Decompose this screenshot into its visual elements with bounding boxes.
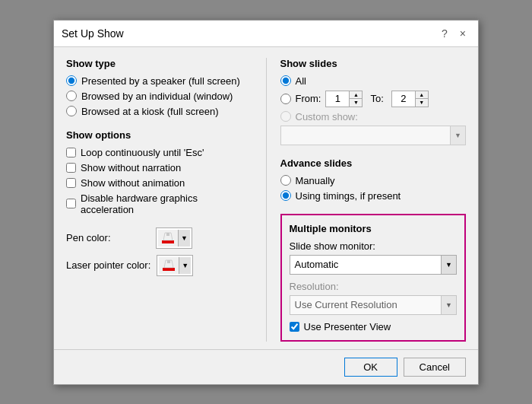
show-options-title: Show options [66,129,252,141]
checkbox-no-hw-accel-label: Disable hardware graphics acceleration [81,192,252,215]
checkbox-no-animation-label: Show without animation [81,177,185,189]
checkbox-loop-label: Loop continuously until 'Esc' [81,147,204,158]
footer: OK Cancel [54,349,478,384]
pen-color-button[interactable]: ▼ [156,227,192,249]
slide-show-monitor-dropdown[interactable]: Automatic ▼ [290,255,458,275]
radio-timings[interactable]: Using timings, if present [280,190,467,202]
radio-individual-label: Browsed by an individual (window) [81,91,233,102]
show-slides-radio-group: All From: ▲ ▼ To: [280,75,467,122]
radio-kiosk-input[interactable] [66,106,77,116]
radio-custom-input[interactable] [280,111,291,122]
close-button[interactable]: × [455,27,470,40]
checkbox-loop-input[interactable] [66,148,76,157]
use-presenter-input[interactable] [290,322,299,332]
pen-color-icon [158,230,178,247]
laser-color-dropdown-arrow: ▼ [179,257,191,274]
show-type-title: Show type [66,58,252,69]
use-presenter-checkbox-item[interactable]: Use Presenter View [290,321,391,332]
radio-all-label: All [296,75,306,87]
radio-speaker[interactable]: Presented by a speaker (full screen) [66,75,252,87]
resolution-label: Resolution: [290,281,458,292]
radio-kiosk-label: Browsed at a kiosk (full screen) [81,106,219,117]
dialog-title: Set Up Show [62,27,124,40]
radio-from[interactable]: From: ▲ ▼ To: ▲ [280,91,467,107]
radio-speaker-label: Presented by a speaker (full screen) [81,75,240,87]
use-presenter-label: Use Presenter View [304,321,391,332]
radio-individual[interactable]: Browsed by an individual (window) [66,91,252,102]
custom-show-arrow: ▼ [450,126,465,145]
radio-manually-label: Manually [296,175,335,186]
slide-show-monitor-value: Automatic [290,256,442,272]
custom-show-value [281,133,451,138]
radio-all-input[interactable] [280,75,291,86]
dialog-body: Show type Presented by a speaker (full s… [54,47,478,349]
radio-manually[interactable]: Manually [280,175,467,186]
checkbox-no-narration-input[interactable] [66,163,76,173]
radio-all[interactable]: All [280,75,467,87]
pen-color-label: Pen color: [66,232,150,243]
radio-individual-input[interactable] [66,91,77,101]
to-spinbox-arrows: ▲ ▼ [415,91,428,107]
radio-manually-input[interactable] [280,175,291,186]
show-options-checkboxes: Loop continuously until 'Esc' Show witho… [66,147,252,215]
from-spin-down[interactable]: ▼ [350,99,362,107]
use-presenter-row: Use Presenter View [290,321,458,332]
custom-show-dropdown[interactable]: ▼ [280,126,467,145]
from-spinbox-arrows: ▲ ▼ [349,91,362,107]
checkbox-no-hw-accel[interactable]: Disable hardware graphics acceleration [66,192,252,215]
ok-button[interactable]: OK [344,358,397,377]
radio-timings-label: Using timings, if present [296,190,401,202]
pen-color-dropdown-arrow: ▼ [178,230,190,247]
show-slides-title: Show slides [280,58,467,69]
to-spinbox: ▲ ▼ [391,91,429,107]
advance-slides-title: Advance slides [280,157,467,169]
from-spin-up[interactable]: ▲ [350,91,362,99]
setup-show-dialog: Set Up Show ? × Show type Presented by a… [53,20,479,385]
slide-show-monitor-arrow: ▼ [441,256,456,274]
slide-show-monitor-label: Slide show monitor: [290,240,458,252]
radio-timings-input[interactable] [280,190,291,201]
multiple-monitors-box: Multiple monitors Slide show monitor: Au… [280,214,467,342]
resolution-value: Use Current Resolution [290,297,442,313]
radio-from-input[interactable] [280,94,291,104]
pen-color-row: Pen color: ▼ [66,227,252,249]
laser-color-row: Laser pointer color: ▼ [66,255,252,276]
resolution-dropdown[interactable]: Use Current Resolution ▼ [290,295,458,315]
show-options-section: Show options Loop continuously until 'Es… [66,129,252,215]
to-value-input[interactable] [392,91,415,106]
help-button[interactable]: ? [437,27,452,40]
radio-from-label: From: [296,93,321,104]
checkbox-loop[interactable]: Loop continuously until 'Esc' [66,147,252,158]
radio-kiosk[interactable]: Browsed at a kiosk (full screen) [66,106,252,117]
checkbox-no-animation-input[interactable] [66,178,76,188]
show-slides-section: Show slides All From: ▲ ▼ [280,58,467,145]
show-type-radio-group: Presented by a speaker (full screen) Bro… [66,75,252,117]
advance-slides-radio-group: Manually Using timings, if present [280,175,467,202]
checkbox-no-hw-accel-input[interactable] [66,199,76,208]
cancel-button[interactable]: Cancel [404,358,466,377]
to-spin-down[interactable]: ▼ [416,99,428,107]
show-type-section: Show type Presented by a speaker (full s… [66,58,252,117]
svg-rect-1 [163,268,175,271]
laser-color-label: Laser pointer color: [66,259,150,271]
radio-speaker-input[interactable] [66,75,77,86]
from-spinbox: ▲ ▼ [325,91,363,107]
from-value-input[interactable] [326,91,349,106]
radio-custom-label: Custom show: [296,111,358,122]
svg-rect-0 [162,240,174,243]
advance-slides-section: Advance slides Manually Using timings, i… [280,157,467,202]
checkbox-no-narration[interactable]: Show without narration [66,162,252,173]
title-bar: Set Up Show ? × [54,21,478,47]
laser-color-button[interactable]: ▼ [157,255,193,276]
left-panel: Show type Presented by a speaker (full s… [66,58,267,342]
to-spin-up[interactable]: ▲ [416,91,428,99]
to-label: To: [370,93,383,104]
multiple-monitors-title: Multiple monitors [290,223,458,234]
right-panel: Show slides All From: ▲ ▼ [267,58,467,342]
checkbox-no-animation[interactable]: Show without animation [66,177,252,189]
laser-color-icon [159,257,179,274]
radio-custom[interactable]: Custom show: [280,111,467,122]
title-bar-controls: ? × [437,27,470,40]
checkbox-no-narration-label: Show without narration [81,162,181,173]
resolution-arrow: ▼ [441,296,456,314]
